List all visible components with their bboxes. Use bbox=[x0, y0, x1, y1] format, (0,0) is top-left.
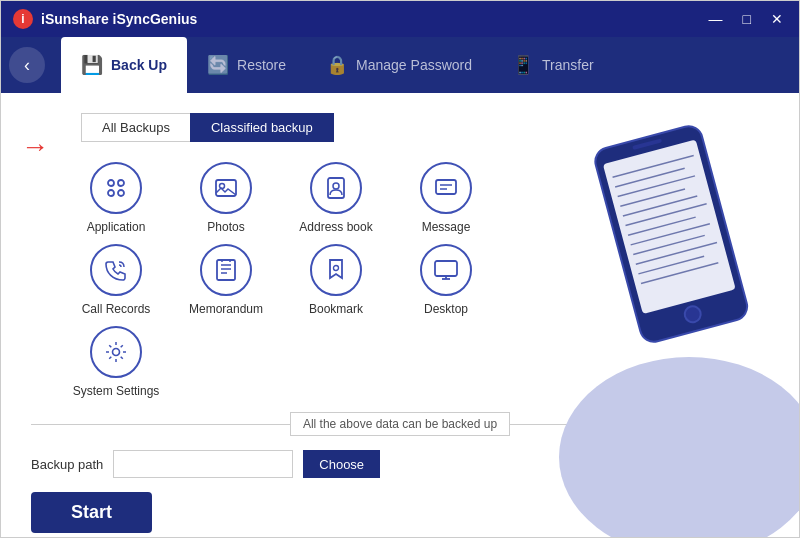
tab-backup[interactable]: 💾 Back Up bbox=[61, 37, 187, 93]
addressbook-icon bbox=[310, 162, 362, 214]
tab-transfer-label: Transfer bbox=[542, 57, 594, 73]
svg-point-15 bbox=[334, 266, 339, 271]
message-icon bbox=[420, 162, 472, 214]
window-controls: — □ ✕ bbox=[705, 11, 787, 27]
icon-address-book[interactable]: Address book bbox=[281, 162, 391, 234]
close-button[interactable]: ✕ bbox=[767, 11, 787, 27]
memorandum-icon bbox=[200, 244, 252, 296]
tab-restore[interactable]: 🔄 Restore bbox=[187, 37, 306, 93]
transfer-icon: 📱 bbox=[512, 54, 534, 76]
icon-application[interactable]: Application bbox=[61, 162, 171, 234]
svg-rect-16 bbox=[435, 261, 457, 276]
tab-password[interactable]: 🔒 Manage Password bbox=[306, 37, 492, 93]
bookmark-icon bbox=[310, 244, 362, 296]
lock-icon: 🔒 bbox=[326, 54, 348, 76]
classified-backup-tab[interactable]: Classified backup bbox=[190, 113, 334, 142]
title-bar: i iSunshare iSyncGenius — □ ✕ bbox=[1, 1, 799, 37]
application-icon bbox=[90, 162, 142, 214]
svg-rect-9 bbox=[217, 260, 235, 280]
svg-rect-8 bbox=[436, 180, 456, 194]
photos-icon bbox=[200, 162, 252, 214]
backup-path-label: Backup path bbox=[31, 457, 103, 472]
svg-point-19 bbox=[113, 349, 120, 356]
nav-bar: ‹ 💾 Back Up 🔄 Restore 🔒 Manage Password … bbox=[1, 37, 799, 93]
restore-icon: 🔄 bbox=[207, 54, 229, 76]
icon-call-records[interactable]: Call Records bbox=[61, 244, 171, 316]
start-button[interactable]: Start bbox=[31, 492, 152, 533]
choose-button[interactable]: Choose bbox=[303, 450, 380, 478]
icon-message[interactable]: Message bbox=[391, 162, 501, 234]
svg-point-2 bbox=[108, 190, 114, 196]
tab-password-label: Manage Password bbox=[356, 57, 472, 73]
icon-desktop[interactable]: Desktop bbox=[391, 244, 501, 316]
all-backups-tab[interactable]: All Backups bbox=[81, 113, 190, 142]
svg-point-1 bbox=[118, 180, 124, 186]
main-content: → All Backups Classified backup bbox=[1, 93, 799, 537]
phone-illustration bbox=[579, 103, 779, 423]
divider-left bbox=[31, 424, 290, 425]
divider-text: All the above data can be backed up bbox=[290, 412, 510, 436]
app-icon: i bbox=[13, 9, 33, 29]
tab-backup-label: Back Up bbox=[111, 57, 167, 73]
main-window: i iSunshare iSyncGenius — □ ✕ ‹ 💾 Back U… bbox=[0, 0, 800, 538]
backup-path-input[interactable] bbox=[113, 450, 293, 478]
icon-memorandum[interactable]: Memorandum bbox=[171, 244, 281, 316]
icon-bookmark[interactable]: Bookmark bbox=[281, 244, 391, 316]
maximize-button[interactable]: □ bbox=[739, 11, 755, 27]
minimize-button[interactable]: — bbox=[705, 11, 727, 27]
back-button[interactable]: ‹ bbox=[9, 47, 45, 83]
tab-restore-label: Restore bbox=[237, 57, 286, 73]
svg-point-0 bbox=[108, 180, 114, 186]
desktop-icon bbox=[420, 244, 472, 296]
icon-system-settings[interactable]: System Settings bbox=[61, 326, 171, 398]
backup-icon: 💾 bbox=[81, 54, 103, 76]
svg-rect-21 bbox=[603, 139, 736, 314]
icon-photos[interactable]: Photos bbox=[171, 162, 281, 234]
tab-transfer[interactable]: 📱 Transfer bbox=[492, 37, 614, 93]
svg-point-3 bbox=[118, 190, 124, 196]
svg-point-7 bbox=[333, 183, 339, 189]
systemsettings-icon bbox=[90, 326, 142, 378]
callrecords-icon bbox=[90, 244, 142, 296]
arrow-indicator: → bbox=[21, 131, 49, 163]
app-title: iSunshare iSyncGenius bbox=[41, 11, 705, 27]
